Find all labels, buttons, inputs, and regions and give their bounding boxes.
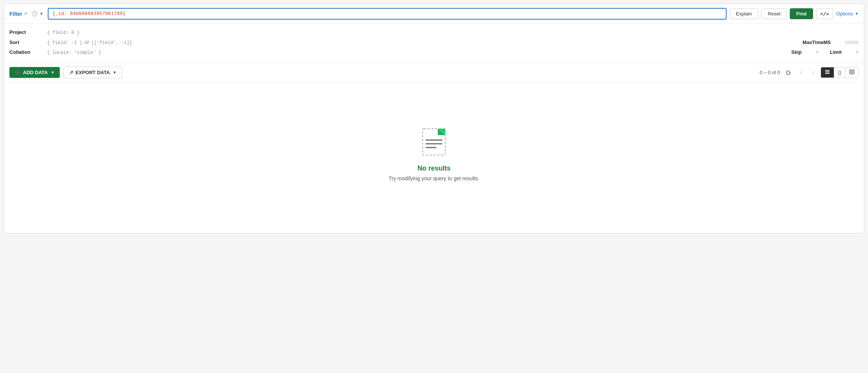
plus-icon: ➕ [15,70,21,75]
filter-label-group: Filter ↗ [9,11,27,17]
export-dropdown-arrow: ▼ [113,70,117,75]
skip-value: 0 [816,50,819,55]
data-toolbar: ➕ ADD DATA ▼ ↗ EXPORT DATA ▼ 0 – 0 of 0 [4,63,864,82]
options-dropdown-arrow: ▼ [855,12,859,16]
list-view-button[interactable] [821,67,834,78]
toolbar-right: 0 – 0 of 0 [760,67,859,78]
limit-value: 0 [856,50,859,55]
empty-subtitle: Try modifying your query to get results. [388,175,479,181]
find-button[interactable]: Find [790,8,813,19]
sort-row: Sort { field: -1 } or [['field', -1]] Ma… [9,37,859,47]
maxtimems-group: MaxTimeMS 60000 [803,40,859,46]
collation-row: Collation { locale: 'simple' } Skip 0 Li… [9,47,859,57]
code-button[interactable]: </> [816,8,833,19]
filter-bar: Filter ↗ 🕛 ▼ Explain Reset Find </> Opti… [4,4,864,24]
reset-button[interactable]: Reset [761,8,787,19]
maxtimems-value: 60000 [845,40,859,46]
svg-rect-0 [825,70,830,71]
external-link-icon: ↗ [24,11,27,16]
history-button[interactable]: 🕛 ▼ [30,10,45,17]
explain-button[interactable]: Explain [730,8,759,19]
svg-rect-2 [825,73,830,74]
sort-value1: { field: -1 } [47,40,82,46]
clock-dropdown-arrow: ▼ [39,12,43,16]
options-button[interactable]: Options ▼ [836,11,859,17]
fields-section: Project { field: 0 } Sort { field: -1 } … [4,24,864,63]
refresh-button[interactable] [783,68,794,77]
collation-label: Collation [9,49,47,55]
json-view-button[interactable]: {} [834,68,845,77]
clock-icon: 🕛 [32,11,38,17]
svg-rect-1 [825,72,830,72]
export-data-button[interactable]: ↗ EXPORT DATA ▼ [64,67,122,78]
project-value: { field: 0 } [47,30,859,35]
collation-value: { locale: 'simple' } [47,50,791,55]
view-toggle-group: {} [821,67,859,78]
next-button[interactable] [809,69,818,76]
empty-title: No results [417,164,451,172]
export-icon: ↗ [69,70,73,75]
svg-rect-3 [850,70,854,74]
skip-limit-group: Skip 0 Limit 0 [791,49,859,55]
project-row: Project { field: 0 } [9,27,859,37]
limit-label: Limit [830,49,842,55]
add-data-button[interactable]: ➕ ADD DATA ▼ [9,67,60,78]
prev-button[interactable] [797,69,806,76]
skip-label: Skip [791,49,801,55]
sort-value2: [['field', -1]] [91,40,132,46]
result-count: 0 – 0 of 0 [760,70,780,75]
no-results-icon [421,127,447,157]
add-data-dropdown-arrow: ▼ [51,70,55,75]
project-label: Project [9,29,47,35]
sort-label: Sort [9,40,47,45]
filter-link[interactable]: Filter [9,11,22,17]
maxtimems-label: MaxTimeMS [803,40,831,45]
filter-query-input[interactable] [48,8,727,20]
table-view-button[interactable] [845,67,858,78]
empty-state: No results Try modifying your query to g… [4,82,864,233]
sort-or-text: or [85,39,89,45]
